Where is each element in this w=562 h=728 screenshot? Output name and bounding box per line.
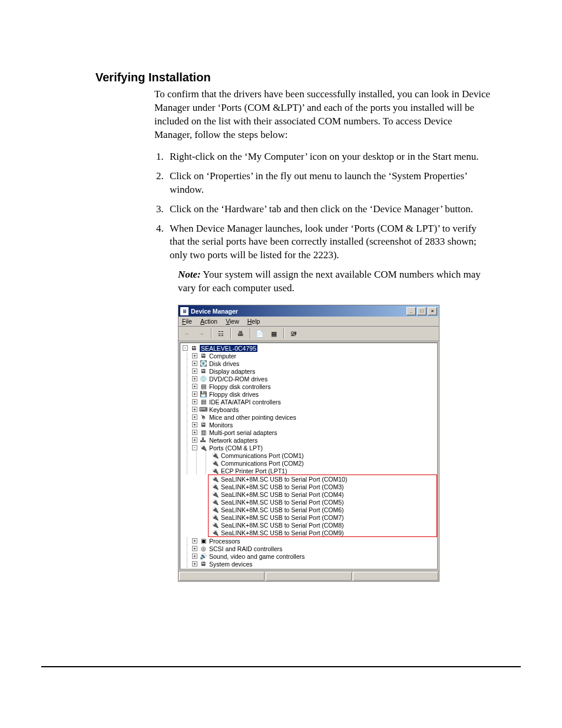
expand-icon[interactable]: + — [192, 399, 197, 404]
tree-node[interactable]: +🖥System devices — [180, 560, 437, 568]
tree-node[interactable]: +🖥Monitors — [180, 421, 437, 429]
menu-help[interactable]: Help — [247, 318, 260, 325]
node-label: SCSI and RAID controllers — [209, 545, 282, 552]
node-label: IDE ATA/ATAPI controllers — [209, 398, 281, 406]
expand-icon[interactable]: + — [192, 391, 197, 397]
expand-icon[interactable]: + — [192, 430, 197, 435]
back-button-icon[interactable]: ← — [181, 328, 194, 340]
tree-node[interactable]: +▣Processors — [180, 537, 437, 545]
tree-leaf[interactable]: 🔌SeaLINK+8M.SC USB to Serial Port (COM9) — [209, 529, 437, 536]
note-label: Note: — [178, 269, 201, 280]
port-icon: 🔌 — [211, 452, 219, 459]
menu-file[interactable]: File — [182, 318, 192, 325]
usb-icon: ⊶ — [199, 568, 207, 569]
tree-node[interactable]: +🖥Display adapters — [180, 367, 437, 375]
expand-icon[interactable]: + — [192, 538, 197, 543]
leaf-label: ECP Printer Port (LPT1) — [221, 467, 287, 475]
leaf-label: SeaLINK+8M.SC USB to Serial Port (COM10) — [221, 476, 347, 483]
scsi-icon: ◎ — [199, 545, 207, 552]
tree-node[interactable]: +🖥Computer — [180, 352, 437, 360]
app-icon: 🖥 — [180, 307, 189, 315]
cpu-icon: ▣ — [199, 537, 207, 545]
port-icon: 🔌 — [211, 513, 219, 521]
window-title: Device Manager — [191, 308, 406, 315]
expand-icon[interactable]: + — [192, 554, 197, 559]
leaf-label: SeaLINK+8M.SC USB to Serial Port (COM4) — [221, 491, 344, 498]
expand-icon[interactable]: + — [192, 353, 197, 358]
tree-node[interactable]: +⌨Keyboards — [180, 406, 437, 413]
tree-view-icon[interactable]: ☷ — [214, 328, 227, 340]
toolbar-separator — [211, 328, 211, 339]
tree-node[interactable]: +▥Multi-port serial adapters — [180, 429, 437, 436]
tree-node[interactable]: +🔊Sound, video and game controllers — [180, 552, 437, 560]
tree-node[interactable]: +💾Floppy disk drives — [180, 390, 437, 398]
tree-node[interactable]: +🖧Network adapters — [180, 436, 437, 444]
step-1: Right-click on the ‘My Computer’ icon on… — [166, 150, 491, 164]
tree-leaf[interactable]: 🔌SeaLINK+8M.SC USB to Serial Port (COM7) — [209, 513, 437, 521]
tree-leaf[interactable]: 🔌SeaLINK+8M.SC USB to Serial Port (COM8) — [209, 521, 437, 529]
tree-node[interactable]: +◎SCSI and RAID controllers — [180, 545, 437, 552]
tree-leaf[interactable]: 🔌Communications Port (COM2) — [180, 459, 437, 467]
tree-leaf[interactable]: 🔌Communications Port (COM1) — [180, 452, 437, 459]
scan-hardware-icon[interactable]: 🖳 — [287, 328, 300, 340]
collapse-icon[interactable]: - — [192, 445, 197, 450]
collapse-icon[interactable]: - — [183, 345, 188, 351]
ide-icon: ▤ — [199, 398, 207, 406]
port-icon: 🔌 — [211, 475, 219, 483]
expand-icon[interactable]: + — [192, 384, 197, 389]
expand-icon[interactable]: + — [192, 546, 197, 551]
toolbar-separator — [230, 328, 231, 339]
node-label: Floppy disk drives — [209, 391, 259, 398]
port-icon: 🔌 — [211, 467, 219, 475]
forward-button-icon[interactable]: → — [195, 328, 208, 340]
menu-action[interactable]: Action — [200, 318, 217, 325]
toolbar-separator — [250, 328, 250, 339]
tree-root[interactable]: - 🖥 SEALEVEL-0C4795 — [180, 344, 437, 352]
node-label: System devices — [209, 561, 253, 568]
tree-leaf[interactable]: 🔌SeaLINK+8M.SC USB to Serial Port (COM5) — [209, 498, 437, 506]
expand-icon[interactable]: + — [192, 569, 197, 569]
expand-icon[interactable]: + — [192, 361, 197, 366]
minimize-button[interactable]: _ — [406, 307, 416, 315]
node-label: Sound, video and game controllers — [209, 553, 305, 560]
expand-icon[interactable]: + — [192, 422, 197, 427]
device-manager-window: 🖥 Device Manager _ □ × File Action View … — [178, 305, 439, 582]
print-icon[interactable]: 🖶 — [234, 328, 247, 340]
tree-node[interactable]: +💿DVD/CD-ROM drives — [180, 375, 437, 383]
expand-icon[interactable]: + — [192, 437, 197, 443]
expand-icon[interactable]: + — [192, 561, 197, 566]
port-icon: 🔌 — [211, 529, 219, 536]
tree-node[interactable]: +⊶Universal Serial Bus controllers — [180, 568, 437, 569]
node-label: Keyboards — [209, 406, 239, 413]
tree-leaf[interactable]: 🔌SeaLINK+8M.SC USB to Serial Port (COM6) — [209, 506, 437, 513]
tree-leaf[interactable]: 🔌SeaLINK+8M.SC USB to Serial Port (COM10… — [209, 475, 437, 483]
highlighted-ports-group: 🔌SeaLINK+8M.SC USB to Serial Port (COM10… — [208, 475, 437, 537]
tree-node-ports[interactable]: - 🔌 Ports (COM & LPT) — [180, 444, 437, 452]
menu-view[interactable]: View — [226, 318, 239, 325]
expand-icon[interactable]: + — [192, 368, 197, 374]
maximize-button[interactable]: □ — [417, 307, 427, 315]
toolbar-separator — [283, 328, 284, 339]
close-button[interactable]: × — [428, 307, 437, 315]
leaf-label: SeaLINK+8M.SC USB to Serial Port (COM8) — [221, 522, 344, 529]
dvd-icon: 💿 — [199, 375, 207, 383]
tree-node[interactable]: +💽Disk drives — [180, 360, 437, 367]
computer-icon: 🖥 — [199, 352, 207, 360]
tree-node[interactable]: +▤Floppy disk controllers — [180, 383, 437, 390]
tree-node[interactable]: +🖱Mice and other pointing devices — [180, 413, 437, 421]
expand-icon[interactable]: + — [192, 414, 197, 420]
tree-leaf[interactable]: 🔌SeaLINK+8M.SC USB to Serial Port (COM3) — [209, 483, 437, 490]
leaf-label: SeaLINK+8M.SC USB to Serial Port (COM5) — [221, 499, 344, 506]
tree-node[interactable]: +▤IDE ATA/ATAPI controllers — [180, 398, 437, 406]
tree-body: - 🖥 SEALEVEL-0C4795 +🖥Computer+💽Disk dri… — [180, 342, 438, 569]
toolbar: ← → ☷ 🖶 📄 ▦ 🖳 — [178, 327, 439, 341]
properties-icon[interactable]: 📄 — [253, 328, 266, 340]
expand-icon[interactable]: + — [192, 376, 197, 381]
tree-leaf[interactable]: 🔌ECP Printer Port (LPT1) — [180, 467, 437, 475]
tree-leaf[interactable]: 🔌SeaLINK+8M.SC USB to Serial Port (COM4) — [209, 490, 437, 498]
window-titlebar[interactable]: 🖥 Device Manager _ □ × — [178, 305, 439, 317]
note-text: Your system will assign the next availab… — [178, 269, 481, 294]
expand-icon[interactable]: + — [192, 407, 197, 412]
display-icon: 🖥 — [199, 367, 207, 375]
grid-icon[interactable]: ▦ — [267, 328, 280, 340]
